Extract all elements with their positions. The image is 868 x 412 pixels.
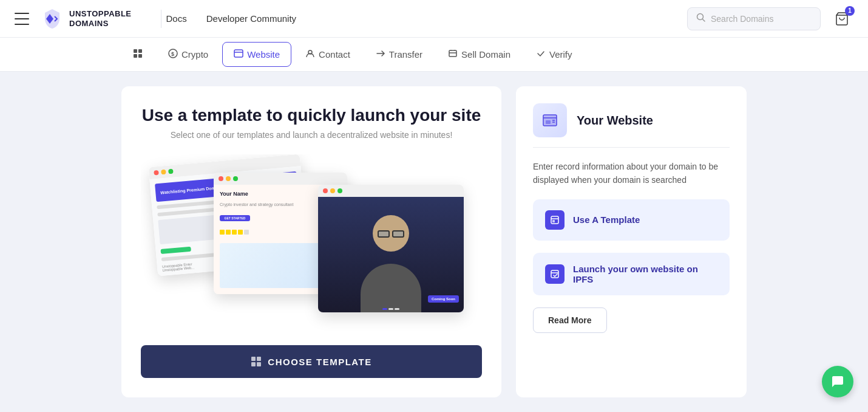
svg-rect-12 bbox=[449, 50, 456, 57]
tab-all[interactable] bbox=[121, 42, 154, 67]
read-more-button[interactable]: Read More bbox=[533, 307, 607, 333]
tab-transfer[interactable]: Transfer bbox=[364, 42, 434, 67]
cart-badge: 1 bbox=[845, 6, 855, 16]
svg-rect-17 bbox=[257, 362, 261, 366]
tab-verify-icon bbox=[536, 49, 546, 60]
search-icon bbox=[696, 13, 706, 25]
launch-ipfs-option[interactable]: Launch your own website on IPFS bbox=[533, 253, 730, 295]
header-divider bbox=[161, 10, 161, 28]
launch-ipfs-icon bbox=[545, 264, 565, 284]
template-preview: Watchlisting Premium Domains Unstoppable… bbox=[141, 154, 482, 331]
tab-all-icon bbox=[133, 49, 143, 60]
right-panel: Your Website Enter record information ab… bbox=[516, 86, 747, 397]
nav-docs[interactable]: Docs bbox=[166, 13, 187, 24]
tab-crypto[interactable]: $ Crypto bbox=[157, 42, 220, 67]
svg-rect-9 bbox=[234, 50, 243, 57]
header-right: Search Domains 1 bbox=[687, 7, 853, 30]
svg-rect-14 bbox=[251, 357, 256, 361]
right-panel-header: Your Website bbox=[533, 103, 730, 148]
svg-rect-5 bbox=[134, 54, 137, 58]
choose-template-label: CHOOSE TEMPLATE bbox=[268, 357, 371, 367]
svg-rect-4 bbox=[138, 49, 142, 53]
tabs-bar: $ Crypto Website Contact bbox=[0, 38, 868, 72]
svg-line-1 bbox=[703, 19, 705, 21]
header-nav: Docs Developer Community bbox=[166, 13, 687, 24]
svg-rect-26 bbox=[552, 220, 555, 222]
nav-developer-community[interactable]: Developer Community bbox=[206, 13, 296, 24]
website-icon bbox=[533, 103, 567, 137]
panel-title: Use a template to quickly launch your si… bbox=[142, 106, 481, 125]
svg-text:$: $ bbox=[171, 51, 174, 57]
search-bar[interactable]: Search Domains bbox=[687, 7, 821, 30]
main-content: Use a template to quickly launch your si… bbox=[0, 72, 868, 412]
cart-button[interactable]: 1 bbox=[830, 7, 853, 30]
svg-rect-3 bbox=[134, 49, 137, 53]
right-panel-description: Enter record information about your doma… bbox=[533, 160, 730, 187]
svg-rect-21 bbox=[546, 120, 551, 124]
launch-ipfs-label: Launch your own website on IPFS bbox=[573, 264, 717, 284]
right-panel-title: Your Website bbox=[577, 114, 653, 128]
tab-transfer-label: Transfer bbox=[389, 49, 422, 60]
choose-template-button[interactable]: CHOOSE TEMPLATE bbox=[141, 345, 482, 378]
tab-sell-domain-icon bbox=[448, 49, 458, 60]
mock-browser-front: Coming Soon bbox=[318, 185, 464, 312]
tab-contact[interactable]: Contact bbox=[294, 42, 362, 67]
svg-rect-6 bbox=[138, 54, 142, 58]
use-template-icon bbox=[545, 210, 565, 230]
search-placeholder: Search Domains bbox=[711, 14, 774, 24]
tab-crypto-icon: $ bbox=[168, 49, 178, 60]
tab-website-icon bbox=[234, 49, 243, 60]
tab-contact-icon bbox=[305, 49, 315, 60]
left-panel: Use a template to quickly launch your si… bbox=[121, 86, 501, 397]
tab-contact-label: Contact bbox=[319, 49, 350, 60]
svg-rect-24 bbox=[551, 216, 558, 224]
svg-rect-15 bbox=[257, 357, 261, 361]
tab-website-label: Website bbox=[247, 49, 280, 60]
use-template-label: Use A Template bbox=[573, 215, 640, 225]
tab-website[interactable]: Website bbox=[222, 42, 291, 67]
tab-crypto-label: Crypto bbox=[181, 49, 208, 60]
panel-subtitle: Select one of our templates and launch a… bbox=[171, 130, 453, 140]
header: UNSTOPPABLE DOMAINS Docs Developer Commu… bbox=[0, 0, 868, 38]
tab-sell-domain[interactable]: Sell Domain bbox=[436, 42, 522, 67]
svg-rect-16 bbox=[251, 362, 256, 366]
logo[interactable]: UNSTOPPABLE DOMAINS bbox=[41, 8, 132, 30]
logo-text: UNSTOPPABLE DOMAINS bbox=[69, 9, 132, 28]
chat-button[interactable] bbox=[822, 366, 853, 397]
use-template-option[interactable]: Use A Template bbox=[533, 199, 730, 241]
tab-sell-domain-label: Sell Domain bbox=[461, 49, 510, 60]
tab-verify[interactable]: Verify bbox=[524, 42, 584, 67]
hamburger-menu[interactable] bbox=[15, 13, 29, 25]
tab-verify-label: Verify bbox=[549, 49, 572, 60]
tab-transfer-icon bbox=[376, 49, 385, 60]
